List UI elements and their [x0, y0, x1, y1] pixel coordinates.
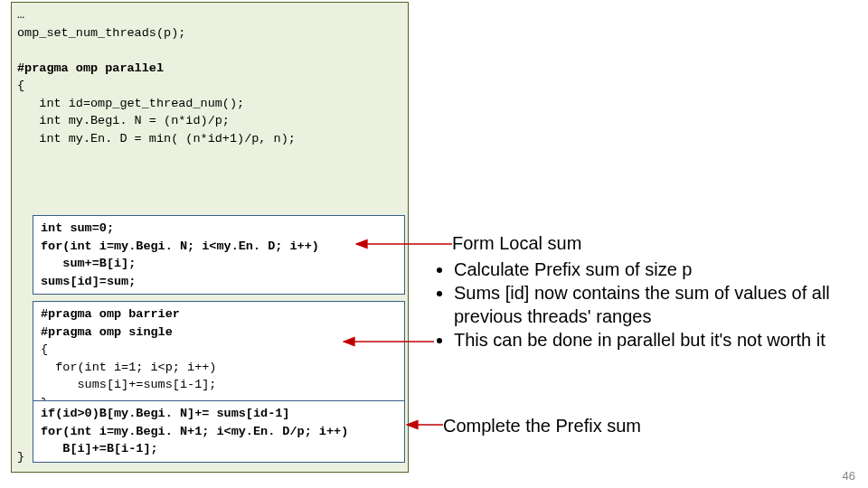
- code-blank: [17, 42, 402, 60]
- code-line: sum+=B[i];: [41, 255, 397, 273]
- code-brace: {: [17, 77, 402, 95]
- code-line: for(int i=my.Begi. N+1; i<my.En. D/p; i+…: [41, 423, 397, 441]
- code-line: sums[id]=sum;: [41, 273, 397, 291]
- code-line: omp_set_num_threads(p);: [17, 24, 402, 42]
- code-blank: [17, 183, 402, 202]
- code-line: int my.Begi. N = (n*id)/p;: [17, 112, 402, 130]
- code-line: int sum=0;: [41, 220, 397, 238]
- code-line: …: [17, 6, 402, 24]
- annotation-form-local-sum: Form Local sum: [452, 231, 850, 255]
- code-line: int id=omp_get_thread_num();: [17, 95, 402, 113]
- code-line: for(int i=my.Begi. N; i<my.En. D; i++): [41, 238, 397, 256]
- code-line: B[i]+=B[i-1];: [41, 440, 397, 458]
- code-line: {: [41, 341, 397, 359]
- list-item: Calculate Prefix sum of size p: [454, 258, 859, 281]
- list-item: This can be done in parallel but it's no…: [454, 328, 859, 352]
- code-blank: [17, 165, 402, 183]
- page-number: 46: [843, 469, 855, 483]
- code-line: if(id>0)B[my.Begi. N]+= sums[id-1]: [41, 405, 397, 423]
- list-item: Sums [id] now contains the sum of values…: [454, 281, 859, 328]
- code-line: sums[i]+=sums[i-1];: [41, 376, 397, 394]
- code-line: #pragma omp single: [41, 324, 397, 342]
- code-box-local-sum: int sum=0; for(int i=my.Begi. N; i<my.En…: [33, 215, 405, 295]
- code-line: int my.En. D = min( (n*id+1)/p, n);: [17, 130, 402, 148]
- annotation-complete-prefix: Complete the Prefix sum: [443, 414, 841, 437]
- code-line: for(int i=1; i<p; i++): [41, 359, 397, 377]
- code-pragma: #pragma omp parallel: [17, 60, 402, 78]
- code-box-complete-prefix: if(id>0)B[my.Begi. N]+= sums[id-1] for(i…: [33, 400, 405, 463]
- code-line: #pragma omp barrier: [41, 305, 397, 324]
- code-blank: [17, 148, 402, 166]
- annotation-prefix-sum-list: Calculate Prefix sum of size p Sums [id]…: [434, 258, 859, 352]
- annotation-text: Complete the Prefix sum: [443, 416, 641, 436]
- code-box-barrier-single: #pragma omp barrier #pragma omp single {…: [33, 301, 405, 416]
- annotation-text: Form Local sum: [452, 233, 581, 253]
